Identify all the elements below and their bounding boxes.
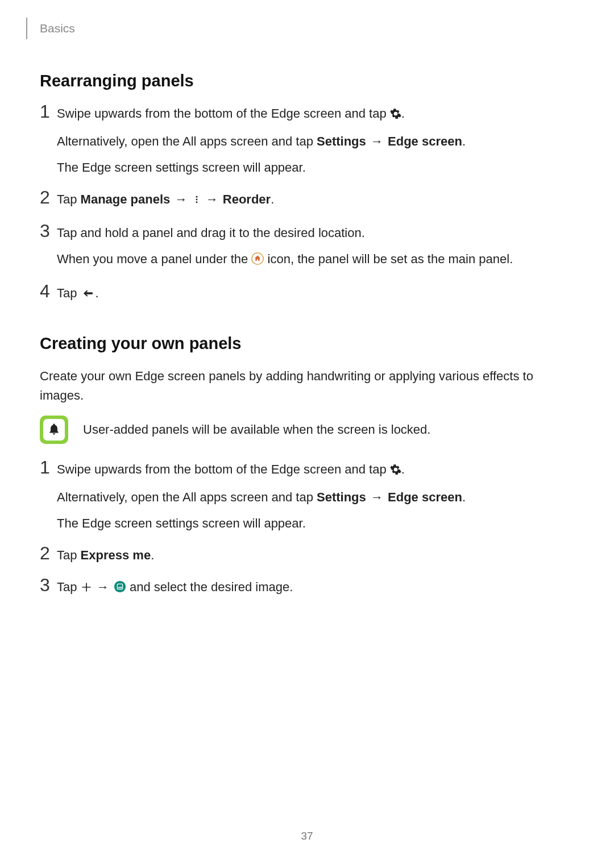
text: icon, the panel will be set as the main … bbox=[264, 252, 513, 266]
text: Tap bbox=[57, 192, 81, 206]
plus-icon bbox=[81, 579, 92, 599]
more-options-icon bbox=[192, 192, 201, 211]
gear-icon bbox=[390, 106, 401, 125]
section-intro: Create your own Edge screen panels by ad… bbox=[40, 367, 574, 405]
text: . bbox=[401, 106, 405, 121]
breadcrumb: Basics bbox=[40, 19, 75, 38]
step-number: 3 bbox=[40, 221, 57, 241]
back-icon bbox=[81, 285, 96, 305]
arrow: → bbox=[92, 580, 114, 594]
step-number: 2 bbox=[40, 543, 57, 563]
page-header: Basics bbox=[40, 17, 574, 40]
bold-edge-screen: Edge screen bbox=[388, 490, 462, 504]
note-row: User-added panels will be available when… bbox=[40, 416, 574, 444]
step-2-1: 1 Swipe upwards from the bottom of the E… bbox=[40, 460, 574, 540]
step-number: 1 bbox=[40, 102, 57, 122]
text: Alternatively, open the All apps screen … bbox=[57, 134, 317, 148]
step-1-3: 3 Tap and hold a panel and drag it to th… bbox=[40, 223, 574, 277]
bell-icon bbox=[43, 419, 65, 441]
gear-icon bbox=[390, 462, 401, 481]
step-text: The Edge screen settings screen will app… bbox=[57, 514, 574, 533]
step-number: 4 bbox=[40, 281, 57, 301]
step-text: Alternatively, open the All apps screen … bbox=[57, 488, 574, 507]
step-number: 2 bbox=[40, 188, 57, 207]
step-text: Tap . bbox=[57, 284, 574, 305]
text: and select the desired image. bbox=[126, 580, 293, 594]
step-1-4: 4 Tap . bbox=[40, 284, 574, 312]
step-text: Alternatively, open the All apps screen … bbox=[57, 132, 574, 151]
page: Basics Rearranging panels 1 Swipe upward… bbox=[0, 0, 614, 868]
text: . bbox=[401, 462, 405, 476]
text: Tap bbox=[57, 548, 81, 562]
text: . bbox=[151, 548, 154, 562]
step-text: Tap → and select the desired image. bbox=[57, 578, 574, 599]
bold-settings: Settings bbox=[317, 490, 366, 504]
arrow: → bbox=[366, 490, 388, 504]
bold-edge-screen: Edge screen bbox=[388, 134, 462, 148]
arrow: → bbox=[201, 192, 223, 206]
step-body: Tap . bbox=[57, 284, 574, 312]
step-body: Tap → and select the desired image. bbox=[57, 578, 574, 605]
step-text: When you move a panel under the icon, th… bbox=[57, 250, 574, 271]
step-1-1: 1 Swipe upwards from the bottom of the E… bbox=[40, 104, 574, 184]
text: . bbox=[96, 286, 99, 300]
text: . bbox=[462, 134, 466, 148]
step-body: Swipe upwards from the bottom of the Edg… bbox=[57, 104, 574, 184]
note-icon bbox=[40, 416, 68, 444]
home-circle-icon bbox=[251, 251, 264, 271]
text: When you move a panel under the bbox=[57, 252, 251, 266]
header-rule bbox=[26, 18, 27, 39]
heading-rearranging-panels: Rearranging panels bbox=[40, 68, 574, 94]
step-number: 3 bbox=[40, 575, 57, 595]
text: Alternatively, open the All apps screen … bbox=[57, 490, 317, 504]
step-body: Swipe upwards from the bottom of the Edg… bbox=[57, 460, 574, 540]
bold-reorder: Reorder bbox=[223, 192, 271, 206]
image-circle-icon bbox=[114, 579, 126, 599]
step-body: Tap and hold a panel and drag it to the … bbox=[57, 223, 574, 277]
step-number: 1 bbox=[40, 458, 57, 477]
step-2-2: 2 Tap Express me. bbox=[40, 546, 574, 572]
text: Tap bbox=[57, 580, 81, 594]
step-text: Swipe upwards from the bottom of the Edg… bbox=[57, 460, 574, 481]
text: Tap bbox=[57, 286, 81, 300]
step-body: Tap Express me. bbox=[57, 546, 574, 572]
bold-express-me: Express me bbox=[81, 548, 151, 562]
heading-creating-own-panels: Creating your own panels bbox=[40, 331, 574, 356]
step-text: Swipe upwards from the bottom of the Edg… bbox=[57, 104, 574, 125]
note-text: User-added panels will be available when… bbox=[83, 420, 574, 439]
step-text: The Edge screen settings screen will app… bbox=[57, 158, 574, 177]
arrow: → bbox=[366, 134, 388, 148]
step-text: Tap Manage panels → → Reorder. bbox=[57, 190, 574, 211]
text: Swipe upwards from the bottom of the Edg… bbox=[57, 462, 390, 476]
bold-manage-panels: Manage panels bbox=[81, 192, 171, 206]
bold-settings: Settings bbox=[317, 134, 366, 148]
page-number: 37 bbox=[0, 828, 614, 844]
step-2-3: 3 Tap → and select the desired image. bbox=[40, 578, 574, 605]
text: . bbox=[271, 192, 274, 206]
step-text: Tap Express me. bbox=[57, 546, 574, 565]
step-body: Tap Manage panels → → Reorder. bbox=[57, 190, 574, 218]
step-text: Tap and hold a panel and drag it to the … bbox=[57, 223, 574, 243]
text: . bbox=[462, 490, 466, 504]
step-1-2: 2 Tap Manage panels → → Reorder. bbox=[40, 190, 574, 218]
arrow: → bbox=[170, 192, 192, 206]
text: Swipe upwards from the bottom of the Edg… bbox=[57, 106, 390, 121]
